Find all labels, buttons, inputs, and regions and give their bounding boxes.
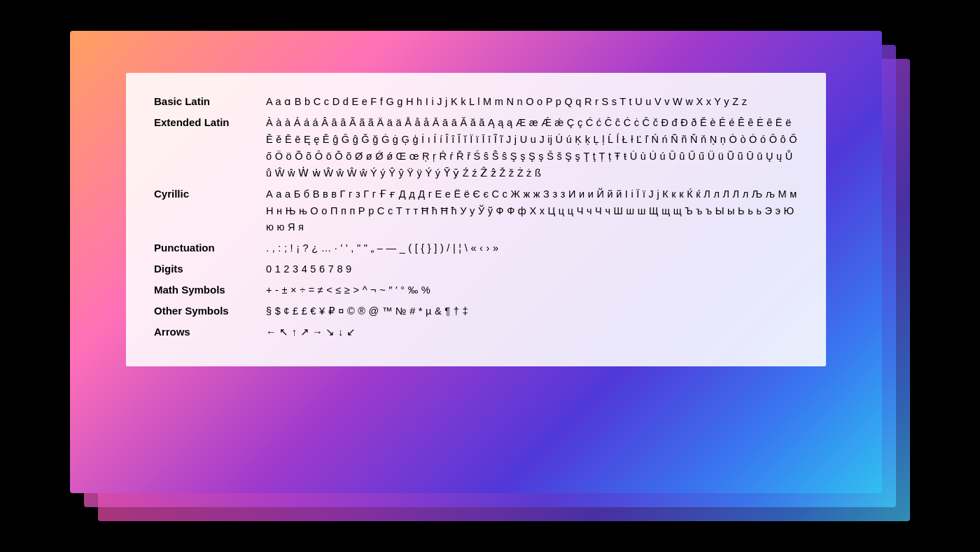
char-section-0: Basic LatinA a ɑ B b C c D d E e F f G g… (154, 94, 798, 111)
section-label-0: Basic Latin (154, 94, 266, 107)
char-section-7: Arrows← ↖ ↑ ↗ → ↘ ↓ ↙ (154, 324, 798, 341)
section-label-7: Arrows (154, 324, 266, 338)
char-section-6: Other Symbols§ $ ¢ £ £ € ¥ ₽ ¤ © ® @ ™ №… (154, 303, 798, 320)
char-section-4: Digits0 1 2 3 4 5 6 7 8 9 (154, 261, 798, 278)
scene: Basic LatinA a ɑ B b C c D d E e F f G g… (70, 31, 910, 521)
section-label-4: Digits (154, 261, 266, 275)
char-section-2: CyrillicА а а Б б В в в Г г з Г г Ғ ғ Д … (154, 186, 798, 237)
section-chars-4: 0 1 2 3 4 5 6 7 8 9 (266, 261, 798, 278)
section-label-1: Extended Latin (154, 115, 266, 128)
section-chars-3: . , : ; ! ¡ ? ¿ … · ' ' , " " „ – — _ ( … (266, 240, 798, 257)
section-chars-1: À à à Á á á Â â â Ã ã ã Ä ä ä Å å å Ā ā … (266, 115, 798, 182)
section-chars-6: § $ ¢ £ £ € ¥ ₽ ¤ © ® @ ™ № # * µ & ¶ † … (266, 303, 798, 320)
section-label-5: Math Symbols (154, 282, 266, 296)
section-label-2: Cyrillic (154, 186, 266, 200)
char-section-1: Extended LatinÀ à à Á á á Â â â Ã ã ã Ä … (154, 115, 798, 182)
content-card: Basic LatinA a ɑ B b C c D d E e F f G g… (126, 73, 826, 366)
section-chars-2: А а а Б б В в в Г г з Г г Ғ ғ Д д Д г Е … (266, 186, 798, 237)
section-label-6: Other Symbols (154, 303, 266, 317)
section-label-3: Punctuation (154, 240, 266, 254)
char-section-3: Punctuation. , : ; ! ¡ ? ¿ … · ' ' , " "… (154, 240, 798, 257)
char-section-5: Math Symbols+ - ± × ÷ = ≠ < ≤ ≥ > ^ ¬ ~ … (154, 282, 798, 299)
section-chars-0: A a ɑ B b C c D d E e F f G g H h I i J … (266, 94, 798, 111)
section-chars-5: + - ± × ÷ = ≠ < ≤ ≥ > ^ ¬ ~ ″ ′ ° ‰ % (266, 282, 798, 299)
section-chars-7: ← ↖ ↑ ↗ → ↘ ↓ ↙ (266, 324, 798, 341)
